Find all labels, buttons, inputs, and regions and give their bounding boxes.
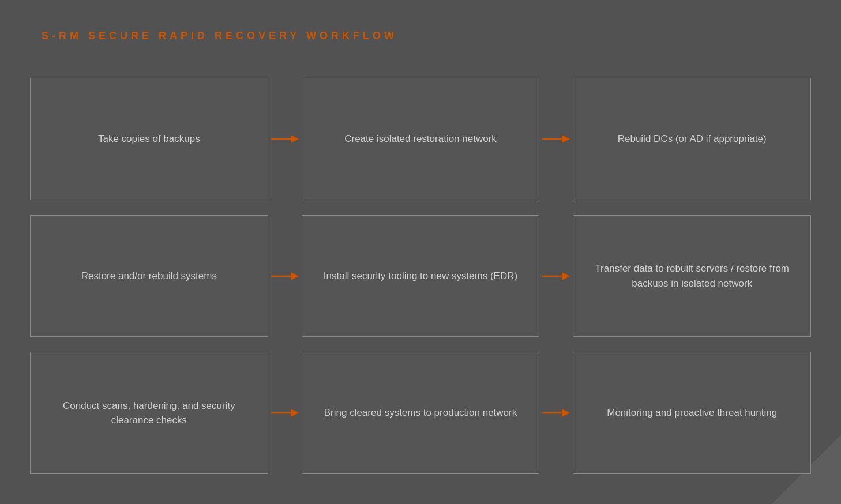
arrow-4-5 [268,215,302,337]
workflow-cell-5: Install security tooling to new systems … [302,215,540,337]
workflow-cell-7: Conduct scans, hardening, and security c… [30,352,268,474]
workflow-cell-9: Monitoring and proactive threat hunting [573,352,811,474]
workflow-row-3: Conduct scans, hardening, and security c… [30,352,811,474]
workflow-grid: Take copies of backups Create isolated r… [30,78,811,474]
arrow-5-6 [539,215,573,337]
arrow-8-9 [539,352,573,474]
svg-marker-9 [291,409,299,417]
page-title: S-RM SECURE RAPID RECOVERY WORKFLOW [42,30,397,42]
arrow-7-8 [268,352,302,474]
svg-marker-7 [562,272,570,280]
workflow-cell-3: Rebuild DCs (or AD if appropriate) [573,78,811,200]
svg-marker-1 [291,135,299,143]
svg-marker-5 [291,272,299,280]
svg-marker-11 [562,409,570,417]
page-background: S-RM SECURE RAPID RECOVERY WORKFLOW Take… [0,0,841,504]
workflow-cell-8: Bring cleared systems to production netw… [302,352,540,474]
workflow-row-1: Take copies of backups Create isolated r… [30,78,811,200]
workflow-cell-1: Take copies of backups [30,78,268,200]
workflow-cell-4: Restore and/or rebuild systems [30,215,268,337]
arrow-1-2 [268,78,302,200]
workflow-row-2: Restore and/or rebuild systems Install s… [30,215,811,337]
arrow-2-3 [539,78,573,200]
workflow-cell-2: Create isolated restoration network [302,78,540,200]
workflow-cell-6: Transfer data to rebuilt servers / resto… [573,215,811,337]
svg-marker-3 [562,135,570,143]
